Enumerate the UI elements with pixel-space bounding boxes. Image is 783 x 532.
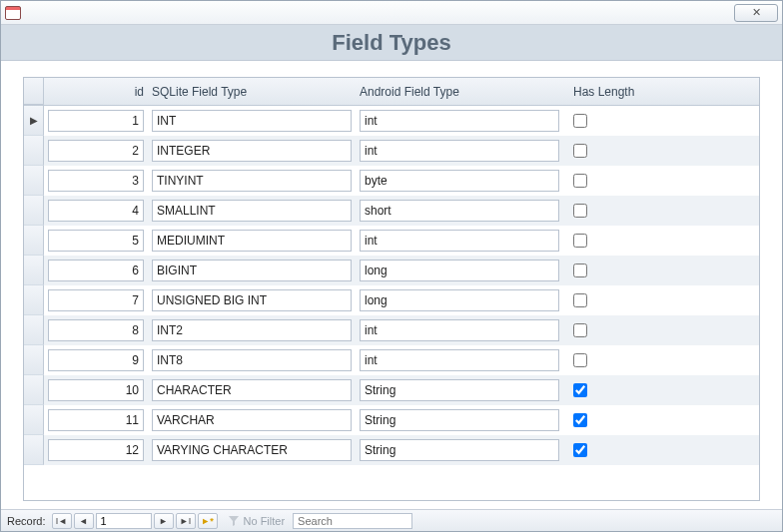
has-length-checkbox[interactable] bbox=[573, 174, 587, 188]
form-window: ✕ Field Types id SQLite Field Type Andro… bbox=[0, 0, 783, 532]
sqlite-field[interactable] bbox=[152, 170, 352, 192]
col-header-id[interactable]: id bbox=[135, 85, 144, 99]
first-icon: I◄ bbox=[56, 516, 67, 526]
row-selector-header[interactable] bbox=[24, 78, 44, 105]
android-field[interactable] bbox=[360, 140, 559, 162]
table-row bbox=[24, 375, 759, 405]
datasheet: id SQLite Field Type Android Field Type … bbox=[23, 77, 760, 501]
table-row: ▶ bbox=[24, 106, 759, 136]
has-length-checkbox[interactable] bbox=[573, 413, 587, 427]
sqlite-field[interactable] bbox=[152, 319, 352, 341]
id-field[interactable] bbox=[48, 439, 144, 461]
close-icon: ✕ bbox=[752, 6, 761, 19]
table-row bbox=[24, 136, 759, 166]
recnav-first-button[interactable]: I◄ bbox=[52, 513, 72, 529]
col-header-haslength[interactable]: Has Length bbox=[573, 85, 634, 99]
id-field[interactable] bbox=[48, 349, 144, 371]
id-field[interactable] bbox=[48, 200, 144, 222]
row-selector[interactable] bbox=[24, 405, 44, 435]
android-field[interactable] bbox=[360, 170, 559, 192]
sqlite-field[interactable] bbox=[152, 140, 352, 162]
table-row bbox=[24, 226, 759, 256]
has-length-checkbox[interactable] bbox=[573, 443, 587, 457]
record-navigator: Record: I◄ ◄ ► ►I ►* No Filter bbox=[1, 509, 782, 531]
sqlite-field[interactable] bbox=[152, 200, 352, 222]
android-field[interactable] bbox=[360, 319, 559, 341]
recnav-prev-button[interactable]: ◄ bbox=[74, 513, 94, 529]
new-record-icon: ►* bbox=[201, 516, 213, 526]
sqlite-field[interactable] bbox=[152, 409, 352, 431]
android-field[interactable] bbox=[360, 230, 559, 252]
row-selector[interactable] bbox=[24, 315, 44, 345]
id-field[interactable] bbox=[48, 289, 144, 311]
col-header-android[interactable]: Android Field Type bbox=[360, 85, 459, 99]
id-field[interactable] bbox=[48, 230, 144, 252]
table-row bbox=[24, 405, 759, 435]
recnav-current-input[interactable] bbox=[96, 513, 152, 529]
id-field[interactable] bbox=[48, 110, 144, 132]
prev-icon: ◄ bbox=[79, 516, 88, 526]
android-field[interactable] bbox=[360, 379, 559, 401]
android-field[interactable] bbox=[360, 409, 559, 431]
id-field[interactable] bbox=[48, 319, 144, 341]
has-length-checkbox[interactable] bbox=[573, 204, 587, 218]
recnav-search-input[interactable] bbox=[293, 513, 412, 529]
has-length-checkbox[interactable] bbox=[573, 383, 587, 397]
id-field[interactable] bbox=[48, 140, 144, 162]
has-length-checkbox[interactable] bbox=[573, 144, 587, 158]
table-row bbox=[24, 285, 759, 315]
has-length-checkbox[interactable] bbox=[573, 323, 587, 337]
android-field[interactable] bbox=[360, 439, 559, 461]
recnav-new-button[interactable]: ►* bbox=[198, 513, 218, 529]
table-row bbox=[24, 345, 759, 375]
funnel-icon bbox=[228, 515, 240, 527]
id-field[interactable] bbox=[48, 260, 144, 281]
titlebar: ✕ bbox=[1, 1, 782, 25]
col-header-sqlite[interactable]: SQLite Field Type bbox=[152, 85, 247, 99]
row-selector[interactable] bbox=[24, 375, 44, 405]
row-selector[interactable] bbox=[24, 256, 44, 285]
column-header-row: id SQLite Field Type Android Field Type … bbox=[24, 78, 759, 106]
row-selector[interactable] bbox=[24, 285, 44, 315]
next-icon: ► bbox=[159, 516, 168, 526]
sqlite-field[interactable] bbox=[152, 110, 352, 132]
has-length-checkbox[interactable] bbox=[573, 114, 587, 128]
row-selector[interactable]: ▶ bbox=[24, 106, 44, 136]
recnav-next-button[interactable]: ► bbox=[154, 513, 174, 529]
id-field[interactable] bbox=[48, 409, 144, 431]
sqlite-field[interactable] bbox=[152, 439, 352, 461]
row-selector[interactable] bbox=[24, 345, 44, 375]
android-field[interactable] bbox=[360, 349, 559, 371]
sqlite-field[interactable] bbox=[152, 349, 352, 371]
form-area: Field Types id SQLite Field Type Android… bbox=[1, 25, 782, 509]
row-selector[interactable] bbox=[24, 226, 44, 256]
form-header: Field Types bbox=[1, 25, 782, 61]
form-icon bbox=[5, 6, 21, 20]
has-length-checkbox[interactable] bbox=[573, 234, 587, 248]
sqlite-field[interactable] bbox=[152, 230, 352, 252]
sqlite-field[interactable] bbox=[152, 379, 352, 401]
id-field[interactable] bbox=[48, 379, 144, 401]
recnav-filter[interactable]: No Filter bbox=[228, 515, 286, 527]
android-field[interactable] bbox=[360, 110, 559, 132]
last-icon: ►I bbox=[180, 516, 191, 526]
close-button[interactable]: ✕ bbox=[734, 4, 778, 22]
row-selector[interactable] bbox=[24, 166, 44, 196]
datasheet-body[interactable]: id SQLite Field Type Android Field Type … bbox=[24, 78, 759, 500]
row-selector[interactable] bbox=[24, 136, 44, 166]
table-row bbox=[24, 166, 759, 196]
android-field[interactable] bbox=[360, 200, 559, 222]
sqlite-field[interactable] bbox=[152, 289, 352, 311]
table-row bbox=[24, 256, 759, 285]
has-length-checkbox[interactable] bbox=[573, 353, 587, 367]
table-row bbox=[24, 196, 759, 226]
sqlite-field[interactable] bbox=[152, 260, 352, 281]
has-length-checkbox[interactable] bbox=[573, 293, 587, 307]
row-selector[interactable] bbox=[24, 196, 44, 226]
android-field[interactable] bbox=[360, 289, 559, 311]
row-selector[interactable] bbox=[24, 435, 44, 465]
id-field[interactable] bbox=[48, 170, 144, 192]
has-length-checkbox[interactable] bbox=[573, 264, 587, 277]
recnav-last-button[interactable]: ►I bbox=[176, 513, 196, 529]
android-field[interactable] bbox=[360, 260, 559, 281]
